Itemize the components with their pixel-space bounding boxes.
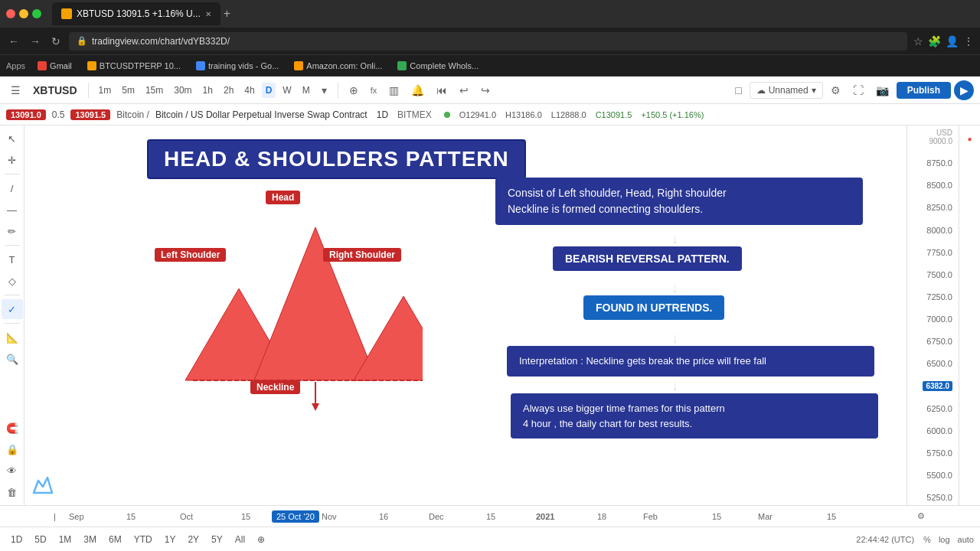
traffic-lights (6, 9, 41, 18)
close-window-button[interactable] (6, 9, 15, 18)
timeframe-1m[interactable]: 1m (95, 83, 116, 98)
bookmark-training-vids[interactable]: training vids - Go... (190, 60, 285, 72)
snapshot-button[interactable]: 📷 (871, 82, 893, 99)
shape-tool[interactable]: ◇ (2, 271, 23, 291)
address-bar[interactable]: 🔒 tradingview.com/chart/vdYB332D/ (69, 32, 907, 51)
training-favicon (196, 61, 205, 70)
timeframe-M[interactable]: M (299, 83, 314, 98)
annotation-tool[interactable]: ✓ (2, 299, 23, 319)
menu-button[interactable]: ⋮ (963, 35, 974, 47)
arrow-3: ↓ (671, 331, 678, 347)
new-tab-button[interactable]: + (224, 7, 230, 21)
period-2Y[interactable]: 2Y (183, 533, 204, 546)
timeframe-5m[interactable]: 5m (118, 83, 139, 98)
forward-button[interactable]: → (28, 33, 43, 50)
timeline-settings[interactable]: ⚙ (917, 511, 925, 521)
auto-label[interactable]: auto (958, 535, 974, 544)
timeframe-1h[interactable]: 1h (199, 83, 217, 98)
profile-button[interactable]: 👤 (946, 35, 959, 47)
menu-icon[interactable]: ☰ (6, 82, 25, 99)
lock-tool[interactable]: 🔒 (2, 439, 23, 459)
timeframe-30m[interactable]: 30m (170, 83, 195, 98)
tab-close-button[interactable]: ✕ (205, 10, 211, 18)
tab-favicon (61, 8, 72, 19)
zoom-tool[interactable]: 🔍 (2, 349, 23, 369)
period-1D[interactable]: 1D (6, 533, 27, 546)
timeline-sep-label: Sep (69, 512, 84, 521)
refresh-button[interactable]: ↻ (49, 33, 63, 50)
horizontal-line-tool[interactable]: — (2, 200, 23, 220)
add-indicator-button[interactable]: ⊕ (345, 82, 363, 99)
star-button[interactable]: ☆ (913, 35, 923, 47)
cursor-tool[interactable]: ↖ (2, 129, 23, 148)
timeframe-15m[interactable]: 15m (142, 83, 167, 98)
chart-area: ↖ ✛ / — ✏ T ◇ ✓ 📐 🔍 🧲 🔒 👁 🗑 HEAD & S (0, 126, 980, 505)
timeframe-2h[interactable]: 2h (220, 83, 237, 98)
period-5D[interactable]: 5D (30, 533, 51, 546)
browser-actions: ☆ 🧩 👤 ⋮ (913, 35, 974, 47)
alerts-button[interactable]: 🔔 (407, 82, 429, 99)
bar-style-button[interactable]: ▥ (384, 82, 403, 99)
price-5500: 5500.0 (910, 471, 956, 480)
screenshot-button[interactable]: □ (730, 82, 746, 99)
timeframe-W[interactable]: W (279, 83, 295, 98)
settings-button[interactable]: ⚙ (826, 82, 845, 99)
left-toolbar: ↖ ✛ / — ✏ T ◇ ✓ 📐 🔍 🧲 🔒 👁 🗑 (0, 126, 24, 505)
log-label[interactable]: log (939, 535, 950, 544)
timeline-2021: 2021 (536, 512, 554, 521)
svg-marker-5 (312, 403, 319, 411)
crosshair-tool[interactable]: ✛ (2, 150, 23, 170)
apps-bookmark[interactable]: Apps (6, 61, 25, 70)
bookmark-amazon[interactable]: Amazon.com: Onli... (288, 60, 388, 72)
chart-logo (31, 474, 55, 499)
unnamed-label: Unnamed (769, 85, 808, 96)
period-1M[interactable]: 1M (54, 533, 77, 546)
period-YTD[interactable]: YTD (129, 533, 157, 546)
redo-button[interactable]: ↪ (476, 82, 495, 99)
current-price-label: 6382.0 (923, 381, 952, 391)
chart-canvas[interactable]: HEAD & SHOULDERS PATTERN (24, 126, 906, 505)
timeframe-D[interactable]: D (262, 83, 276, 98)
measure-tool[interactable]: 📐 (2, 328, 23, 347)
period-5Y[interactable]: 5Y (207, 533, 227, 546)
indicators-button[interactable]: fx (366, 83, 382, 97)
period-All[interactable]: All (230, 533, 250, 546)
amazon-favicon (294, 61, 303, 70)
active-tab[interactable]: XBTUSD 13091.5 +1.16% U... ✕ (52, 2, 220, 25)
tab-area: XBTUSD 13091.5 +1.16% U... ✕ + (52, 2, 974, 25)
tv-play-button[interactable]: ▶ (954, 80, 974, 100)
eye-tool[interactable]: 👁 (2, 461, 23, 481)
replay-button[interactable]: ⏮ (432, 82, 452, 99)
label-neckline: Neckline (250, 380, 300, 394)
period-1Y[interactable]: 1Y (160, 533, 181, 546)
timeline-axis: | Sep 15 Oct 15 25 Oct '20 Nov 16 Dec 15… (0, 505, 980, 527)
trend-line-tool[interactable]: / (2, 178, 23, 198)
timeline-active-label: 25 Oct '20 (272, 510, 319, 523)
fullscreen-button[interactable]: ⛶ (848, 82, 868, 99)
minimize-window-button[interactable] (19, 9, 28, 18)
undo-button[interactable]: ↩ (455, 82, 473, 99)
timeframe-dropdown[interactable]: ▾ (317, 82, 332, 99)
period-6M[interactable]: 6M (104, 533, 126, 546)
period-3M[interactable]: 3M (79, 533, 101, 546)
watchlist-button[interactable]: ● (959, 129, 981, 148)
publish-button[interactable]: Publish (897, 82, 951, 99)
trash-tool[interactable]: 🗑 (2, 482, 23, 502)
unnamed-button[interactable]: ☁ Unnamed ▾ (750, 82, 823, 99)
bookmark-btcperp[interactable]: BTCUSDTPERP 10... (81, 60, 187, 72)
text-tool[interactable]: T (2, 249, 23, 269)
timeframe-4h[interactable]: 4h (240, 83, 258, 98)
symbol-label[interactable]: XBTUSD (28, 84, 82, 96)
price-7750: 7750.0 (910, 248, 956, 257)
svg-marker-2 (354, 296, 423, 380)
bookmark-complete-whols[interactable]: Complete Whols... (391, 60, 485, 72)
compare-button[interactable]: ⊕ (253, 533, 270, 546)
url-text: tradingview.com/chart/vdYB332D/ (92, 36, 230, 47)
btcperp-label: BTCUSDTPERP 10... (100, 61, 181, 70)
back-button[interactable]: ← (6, 33, 21, 50)
draw-tool[interactable]: ✏ (2, 221, 23, 241)
maximize-window-button[interactable] (32, 9, 41, 18)
extensions-button[interactable]: 🧩 (928, 35, 941, 47)
magnet-tool[interactable]: 🧲 (2, 418, 23, 438)
bookmark-gmail[interactable]: Gmail (31, 60, 78, 72)
